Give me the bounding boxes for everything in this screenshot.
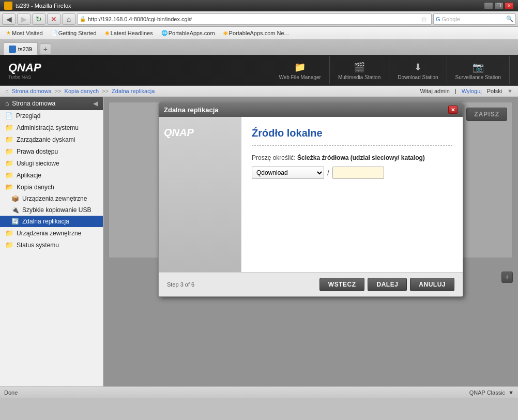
folder-closed-icon: 📁 (5, 124, 13, 131)
footer-theme[interactable]: QNAP Classic (469, 389, 505, 396)
home-icon: ⌂ (5, 100, 9, 107)
language-selector[interactable]: Polski (487, 88, 502, 94)
topbar-right: Witaj admin | Wyloguj Polski ▼ (420, 88, 513, 94)
film-icon: 🎬 (352, 60, 367, 74)
refresh-button[interactable]: ↻ (32, 13, 45, 25)
sidebar-item-zarzadzanie[interactable]: 📁 Zarządzanie dyskami (0, 133, 103, 145)
folder-closed-icon7: 📁 (5, 241, 13, 249)
search-icon: 🔍 (506, 16, 513, 22)
breadcrumb-kopia[interactable]: Kopia danych (65, 88, 99, 94)
nav-web-file-manager[interactable]: 📁 Web File Manager (270, 56, 330, 84)
camera-icon: 📷 (470, 60, 486, 74)
stop-button[interactable]: ✕ (47, 13, 60, 25)
bookmark-most-visited[interactable]: ★ Most Visited (3, 29, 46, 37)
back-button[interactable]: ◀ (2, 13, 16, 25)
sidebar-item-status[interactable]: 📁 Status systemu (0, 239, 103, 251)
breadcrumb-home[interactable]: Strona domowa (12, 88, 52, 94)
folder-closed-icon5: 📁 (5, 171, 13, 179)
next-button[interactable]: DALEJ (368, 278, 407, 291)
status-bar-right: QNAP Classic ▼ (469, 389, 514, 396)
modal-divider (252, 145, 452, 146)
breadcrumb-zdalna[interactable]: Zdalna replikacja (112, 88, 155, 94)
modal-title: Zdalna replikacja (164, 106, 219, 114)
tab-bar: ts239 + (0, 39, 518, 55)
sidebar-item-zdalna[interactable]: 🔄 Zdalna replikacja (0, 216, 103, 227)
firefox-icon (4, 2, 12, 10)
topbar-separator: | (455, 88, 456, 94)
browser-title: ts239 - Mozilla Firefox (16, 3, 484, 9)
modal-section-label: Proszę określić: Ścieżka źródłowa (udzia… (252, 154, 452, 161)
nav-surveillance-station[interactable]: 📷 Surveillance Station (447, 56, 510, 84)
nav-multimedia-station[interactable]: 🎬 Multimedia Station (330, 56, 389, 84)
page-icon: 📄 (5, 112, 13, 119)
restore-button[interactable]: ❐ (494, 2, 504, 9)
sidebar-item-przeglad[interactable]: 📄 Przegląd (0, 110, 103, 122)
rss2-icon: ◉ (223, 30, 228, 36)
folder-closed-icon6: 📁 (5, 229, 13, 237)
modal-section-title: Źródło lokalne (252, 127, 452, 139)
nav-download-station[interactable]: ⬇ Download Station (389, 56, 447, 84)
folder-closed-icon3: 📁 (5, 147, 13, 155)
device-icon: 📦 (11, 195, 19, 202)
path-separator: / (327, 169, 329, 177)
bookmark-getting-started[interactable]: 📄 Getting Started (48, 29, 100, 37)
modal-sidebar: QNAP Turbo NAS (159, 117, 241, 272)
sidebar-item-prawa[interactable]: 📁 Prawa dostępu (0, 145, 103, 157)
sidebar-item-urzadzenia-zew2[interactable]: 📁 Urządzenia zewnętrzne (0, 227, 103, 239)
sidebar-item-urzadzenia-zewn[interactable]: 📦 Urządzenia zewnętrzne (0, 193, 103, 204)
qnap-logo-area: QNAP Turbo NAS (8, 61, 41, 80)
sidebar-item-administracja[interactable]: 📁 Administracja systemu (0, 122, 103, 133)
folder-open-icon: 📂 (5, 183, 13, 191)
modal-body: QNAP Turbo NAS Źródło lokalne Proszę okr… (159, 117, 463, 272)
page-topbar: ⌂ Strona domowa >> Kopia danych >> Zdaln… (0, 86, 518, 97)
address-bar[interactable]: 🔒 http://192.168.0.4:8080/cgi-bin/index.… (77, 13, 432, 25)
bookmarks-bar: ★ Most Visited 📄 Getting Started ◉ Lates… (0, 27, 518, 39)
sidebar-item-aplikacje[interactable]: 📁 Aplikacje (0, 169, 103, 181)
close-button[interactable]: ✕ (505, 2, 514, 9)
folder-icon: 📁 (292, 60, 308, 74)
qnap-header: QNAP Turbo NAS 📁 Web File Manager 🎬 Mult… (0, 55, 518, 86)
home-icon-small: ⌂ (5, 88, 9, 94)
home-button[interactable]: ⌂ (62, 13, 75, 25)
modal-dialog: Zdalna replikacja ✕ QNAP Turbo NAS Źródł… (158, 102, 463, 297)
logout-link[interactable]: Wyloguj (462, 88, 482, 94)
share-select[interactable]: QdownloadPublicDownload (252, 167, 324, 179)
star-icon: ★ (6, 30, 11, 36)
field-row: QdownloadPublicDownload / (252, 167, 452, 179)
status-bar: Done QNAP Classic ▼ (0, 386, 518, 398)
bookmark-portableapps[interactable]: 🌐 PortableApps.com (158, 29, 218, 37)
download-icon: ⬇ (410, 60, 425, 74)
search-bar[interactable]: G Google 🔍 (433, 13, 516, 25)
sidebar-header: ⌂ Strona domowa ◀ (0, 97, 103, 110)
modal-close-button[interactable]: ✕ (448, 106, 458, 114)
replicate-icon: 🔄 (11, 218, 19, 225)
welcome-text: Witaj admin (420, 88, 449, 94)
tab-label: ts239 (18, 46, 32, 52)
sidebar: ⌂ Strona domowa ◀ 📄 Przegląd 📁 Administr… (0, 97, 103, 386)
address-icon: 🔒 (80, 16, 86, 22)
page-icon: 📄 (51, 30, 57, 36)
back-button[interactable]: WSTECZ (319, 278, 365, 291)
theme-arrow-icon: ▼ (508, 389, 514, 396)
sidebar-collapse-icon[interactable]: ◀ (93, 100, 98, 107)
tab-ts239[interactable]: ts239 (3, 42, 38, 55)
minimize-button[interactable]: _ (484, 2, 493, 9)
sidebar-item-uslugi[interactable]: 📁 Usługi sieciowe (0, 157, 103, 169)
step-indicator: Step 3 of 6 (167, 281, 194, 288)
bookmark-latest-headlines[interactable]: ◉ Latest Headlines (102, 29, 156, 37)
sidebar-item-szybkie-usb[interactable]: 🔌 Szybkie kopiowanie USB (0, 204, 103, 216)
bookmark-portableapps-ne[interactable]: ◉ PortableApps.com Ne... (220, 29, 292, 37)
cancel-button[interactable]: ANULUJ (410, 278, 454, 291)
search-placeholder: Google (442, 16, 460, 22)
sidebar-list: 📄 Przegląd 📁 Administracja systemu 📁 Zar… (0, 110, 103, 251)
sidebar-item-kopia[interactable]: 📂 Kopia danych (0, 181, 103, 193)
tab-favicon (9, 46, 16, 53)
search-engine-icon: G (436, 16, 440, 22)
sidebar-title: Strona domowa (12, 100, 55, 107)
bookmark-star-icon[interactable]: ☆ (421, 15, 428, 23)
main-content: ZAPISZ + Zdalna replikacja ✕ (103, 97, 518, 386)
language-arrow-icon: ▼ (507, 88, 513, 94)
path-input[interactable] (332, 167, 384, 179)
new-tab-button[interactable]: + (40, 43, 51, 55)
forward-button[interactable]: ▶ (17, 13, 31, 25)
